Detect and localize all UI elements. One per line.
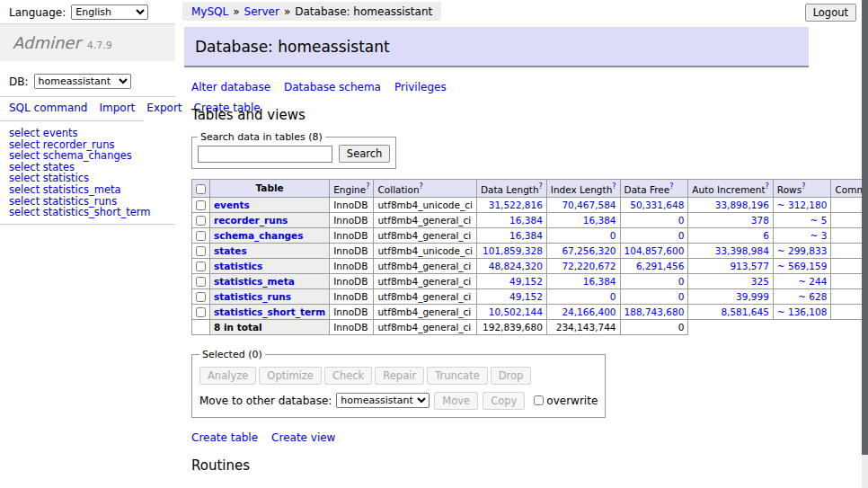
- index-length-link[interactable]: 0: [610, 291, 616, 302]
- sidebar-table-link[interactable]: select statistics_short_term: [9, 207, 175, 218]
- table-name-link[interactable]: events: [214, 200, 250, 210]
- rows-link[interactable]: ~ 136,108: [777, 306, 828, 317]
- data-length-link[interactable]: 31,522,816: [489, 200, 543, 210]
- data-length-link[interactable]: 16,384: [509, 215, 543, 226]
- auto-increment-link[interactable]: 378: [751, 215, 769, 226]
- index-length-link[interactable]: 24,166,400: [562, 306, 616, 317]
- table-name-link[interactable]: statistics: [214, 261, 262, 271]
- column-help-link[interactable]: ?: [612, 182, 616, 191]
- column-help-link[interactable]: ?: [420, 182, 423, 191]
- auto-increment-link[interactable]: 33,898,196: [715, 200, 769, 210]
- column-help-link[interactable]: ?: [366, 182, 369, 191]
- truncate-button[interactable]: Truncate: [427, 367, 488, 385]
- row-select-checkbox[interactable]: [196, 200, 206, 210]
- table-name-link[interactable]: statistics_runs: [214, 291, 291, 302]
- sidebar-action-link[interactable]: Import: [99, 102, 135, 114]
- auto-increment-link[interactable]: 8,581,645: [721, 306, 768, 317]
- db-action-link[interactable]: Alter database: [191, 81, 270, 93]
- move-button[interactable]: Move: [434, 392, 478, 410]
- search-button[interactable]: Search: [339, 145, 391, 163]
- table-name-link[interactable]: statistics_short_term: [214, 306, 325, 317]
- data-length-link[interactable]: 10,502,144: [489, 306, 543, 317]
- data-length-link[interactable]: 48,824,320: [489, 261, 543, 271]
- rows-link[interactable]: ~ 299,833: [777, 245, 828, 256]
- breadcrumb-link[interactable]: Server: [244, 5, 279, 18]
- db-select[interactable]: homeassistant: [34, 74, 131, 89]
- search-input[interactable]: [198, 146, 332, 163]
- create-link[interactable]: Create view: [271, 431, 335, 444]
- data-free-link[interactable]: 50,331,648: [630, 200, 684, 210]
- row-select-checkbox[interactable]: [196, 307, 206, 317]
- index-length-link[interactable]: 0: [610, 230, 616, 241]
- index-length-link[interactable]: 72,220,672: [562, 261, 616, 271]
- data-length-link[interactable]: 101,859,328: [483, 245, 543, 256]
- row-select-checkbox[interactable]: [196, 262, 206, 271]
- data-free-link[interactable]: 0: [678, 230, 685, 241]
- overwrite-checkbox[interactable]: [534, 395, 544, 405]
- breadcrumb-separator: »: [284, 5, 290, 18]
- data-free-link[interactable]: 0: [678, 215, 685, 226]
- data-free-link[interactable]: 0: [678, 276, 685, 287]
- app-version-link[interactable]: 4.7.9: [87, 40, 112, 51]
- row-select-checkbox[interactable]: [196, 292, 206, 302]
- index-length-link[interactable]: 16,384: [583, 215, 616, 226]
- auto-increment-link[interactable]: 39,999: [736, 291, 769, 302]
- data-length-link[interactable]: 16,384: [509, 230, 543, 241]
- column-help-link[interactable]: ?: [539, 182, 543, 191]
- copy-button[interactable]: Copy: [483, 392, 525, 410]
- db-action-link[interactable]: Privileges: [394, 81, 447, 93]
- auto-increment-link[interactable]: 33,398,984: [715, 245, 769, 256]
- table-name-link[interactable]: states: [214, 245, 247, 256]
- rows-link[interactable]: ~ 3: [810, 230, 828, 241]
- data-length-link[interactable]: 49,152: [509, 276, 543, 287]
- select-all-checkbox[interactable]: [196, 184, 206, 194]
- db-action-link[interactable]: Database schema: [284, 81, 381, 93]
- rows-link[interactable]: ~ 244: [798, 276, 827, 287]
- column-help-link[interactable]: ?: [802, 182, 805, 191]
- sidebar-table-link[interactable]: select statistics_meta: [9, 184, 175, 196]
- auto-increment-link[interactable]: 913,577: [730, 261, 768, 271]
- optimize-button[interactable]: Optimize: [259, 367, 322, 385]
- drop-button[interactable]: Drop: [491, 367, 532, 385]
- column-help-link[interactable]: ?: [669, 182, 673, 191]
- data-free-link[interactable]: 104,857,600: [624, 245, 685, 256]
- row-select-checkbox[interactable]: [196, 277, 206, 287]
- index-length-link[interactable]: 70,467,584: [562, 200, 616, 210]
- table-name-link[interactable]: recorder_runs: [214, 215, 288, 226]
- sidebar-table-link[interactable]: select events: [9, 128, 175, 139]
- data-free-link[interactable]: 188,743,680: [624, 306, 685, 317]
- auto-increment-link[interactable]: 325: [751, 276, 769, 287]
- rows-link[interactable]: ~ 628: [798, 291, 827, 302]
- data-length-link[interactable]: 49,152: [509, 291, 543, 302]
- language-select[interactable]: English: [71, 4, 148, 20]
- sidebar-action-link[interactable]: Export: [146, 102, 182, 114]
- row-select-checkbox[interactable]: [196, 246, 206, 256]
- create-link[interactable]: Create table: [191, 431, 258, 444]
- repair-button[interactable]: Repair: [375, 367, 424, 385]
- auto-increment-link[interactable]: 6: [763, 230, 769, 241]
- table-name-link[interactable]: schema_changes: [214, 230, 304, 241]
- sidebar-table-link[interactable]: select schema_changes: [9, 150, 175, 162]
- scrollbar-thumb[interactable]: [862, 0, 868, 455]
- table-name-link[interactable]: statistics_meta: [214, 276, 295, 287]
- rows-link[interactable]: ~ 312,180: [777, 200, 828, 210]
- sidebar-action-link[interactable]: SQL command: [9, 102, 87, 114]
- analyze-button[interactable]: Analyze: [199, 367, 256, 385]
- cell-rows: ~ 299,833: [773, 243, 831, 258]
- selected-fieldset: Selected (0) AnalyzeOptimizeCheckRepairT…: [191, 349, 606, 418]
- row-select-checkbox[interactable]: [196, 231, 206, 241]
- index-length-link[interactable]: 16,384: [583, 276, 616, 287]
- cell-engine: InnoDB: [330, 243, 374, 258]
- breadcrumb-link[interactable]: MySQL: [191, 5, 228, 18]
- check-button[interactable]: Check: [324, 367, 372, 385]
- data-free-link[interactable]: 6,291,456: [636, 261, 684, 271]
- move-db-select[interactable]: homeassistant: [336, 393, 430, 408]
- rows-link[interactable]: ~ 5: [810, 215, 828, 226]
- logout-button[interactable]: Logout: [805, 4, 856, 22]
- column-help-link[interactable]: ?: [766, 182, 769, 191]
- rows-link[interactable]: ~ 569,159: [777, 261, 828, 271]
- data-free-link[interactable]: 0: [678, 291, 685, 302]
- row-select-checkbox[interactable]: [196, 216, 206, 226]
- cell-data-length: 31,522,816: [476, 197, 546, 212]
- index-length-link[interactable]: 67,256,320: [562, 245, 616, 256]
